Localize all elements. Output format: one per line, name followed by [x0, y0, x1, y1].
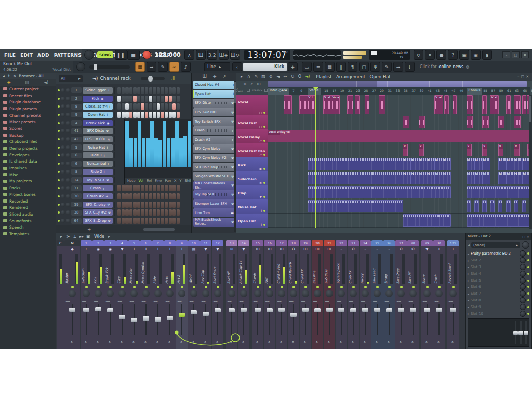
route-arrow[interactable]: ▲ — [256, 340, 258, 343]
step-cell[interactable] — [157, 112, 160, 118]
strip-pan-knob[interactable] — [190, 290, 197, 297]
step-cell[interactable] — [129, 185, 132, 191]
step-cell[interactable] — [157, 96, 160, 102]
strip-led[interactable] — [121, 286, 124, 288]
step-cell[interactable] — [149, 96, 152, 102]
strip-led[interactable] — [328, 286, 331, 288]
route-arrow[interactable]: ▲ — [328, 340, 330, 343]
volume-knob[interactable] — [66, 153, 70, 157]
channel-button[interactable]: Ride 2I — [83, 169, 113, 175]
step-cell[interactable] — [177, 202, 180, 208]
eq-band-slider[interactable] — [518, 331, 523, 335]
step-cell[interactable] — [161, 112, 164, 118]
slot-mix-knob[interactable] — [520, 271, 526, 277]
route-arrow[interactable]: ▲ — [180, 340, 182, 343]
panel-icon-1[interactable]: ≡ — [313, 62, 323, 72]
pan-knob[interactable] — [61, 145, 65, 150]
pan-knob[interactable] — [61, 219, 65, 223]
cpu-panel[interactable]: 20 449 MB 19 — [369, 50, 410, 60]
plugin-slot[interactable]: ▸Slot 10 — [466, 310, 531, 317]
fader-handle[interactable] — [450, 308, 456, 312]
route-arrow[interactable]: ▲ — [437, 340, 440, 343]
step-cell[interactable] — [122, 96, 125, 102]
clip[interactable] — [284, 95, 292, 114]
strip-led[interactable] — [281, 286, 283, 288]
strip-led[interactable] — [292, 286, 295, 288]
strip-pan-knob[interactable] — [374, 290, 381, 297]
pan-knob[interactable] — [61, 121, 65, 125]
picker-item[interactable]: Open HatI — [193, 90, 235, 99]
browser-add-tab[interactable]: ✚ — [7, 80, 11, 85]
playlist-tool-0[interactable]: ▸ — [240, 73, 244, 81]
strip-pan-knob[interactable] — [107, 290, 114, 297]
channel-number[interactable]: 42 — [71, 137, 82, 142]
step-cell[interactable] — [177, 218, 180, 224]
volume-knob[interactable] — [66, 104, 70, 109]
clip[interactable]: S.. — [482, 172, 490, 184]
step-cell[interactable] — [161, 193, 164, 200]
clip[interactable]: K.. — [434, 158, 443, 170]
panel-icon-3[interactable]: ‖ — [336, 62, 346, 72]
slot-enable-led[interactable] — [527, 273, 529, 275]
strip-pan-knob[interactable] — [326, 290, 333, 297]
picker-item[interactable]: SFX Cym NoisyΨ — [193, 144, 235, 153]
route-arrow[interactable]: ▲ — [280, 340, 282, 343]
fader-handle[interactable] — [229, 308, 235, 312]
step-cell[interactable] — [177, 103, 180, 110]
strip-pan-knob[interactable] — [423, 290, 431, 297]
fader-handle[interactable] — [191, 310, 197, 314]
picker-item[interactable]: SFX 8bit DropΨ — [193, 163, 235, 171]
step-cell[interactable] — [117, 185, 121, 191]
pan-knob[interactable] — [61, 210, 65, 215]
step-cell[interactable] — [169, 103, 172, 110]
track-enable-dot[interactable] — [263, 168, 265, 170]
step-cell[interactable] — [133, 218, 136, 224]
step-cell[interactable] — [161, 209, 164, 216]
track-header-vocal-dist-pan[interactable]: Vocal Dist Pan↗ — [236, 143, 268, 157]
clip[interactable]: S.. — [514, 172, 522, 184]
clip[interactable]: S.. — [506, 172, 514, 184]
mixer-strip-sidechain[interactable]: 1±Sidechain◄►▲ — [81, 240, 92, 349]
step-cell[interactable] — [165, 209, 168, 216]
clip[interactable]: K.. — [410, 158, 419, 170]
route-arrow[interactable]: ▲ — [340, 340, 342, 343]
strip-pan-knob[interactable] — [154, 290, 162, 297]
browser-item[interactable]: Speech — [0, 224, 56, 231]
panel-icon-0[interactable]: ▭ — [302, 62, 312, 72]
strip-led[interactable] — [109, 286, 112, 288]
channel-led[interactable] — [58, 179, 60, 181]
pan-knob[interactable] — [61, 113, 65, 117]
strip-led[interactable] — [340, 286, 343, 288]
step-cell[interactable] — [125, 185, 128, 191]
step-cell[interactable] — [122, 193, 125, 200]
channel-led[interactable] — [58, 105, 60, 108]
step-cell[interactable] — [133, 96, 136, 102]
graph-bar[interactable] — [167, 138, 170, 167]
channel-led[interactable] — [58, 195, 60, 197]
step-cell[interactable] — [145, 96, 148, 102]
channel-led[interactable] — [58, 187, 60, 189]
step-cell[interactable] — [125, 103, 128, 110]
clip[interactable] — [308, 158, 404, 170]
step-cell[interactable] — [169, 185, 172, 191]
plugin-slot[interactable]: ▸Slot 9 — [466, 303, 531, 310]
step-cell[interactable] — [133, 193, 136, 200]
arrow-left-icon[interactable]: ◂ — [468, 243, 470, 247]
playlist-tool-1[interactable]: ∩ — [247, 73, 251, 81]
step-cell[interactable] — [157, 218, 160, 224]
clip[interactable] — [467, 200, 471, 212]
step-cell[interactable] — [161, 202, 164, 208]
mixer-strip-master[interactable]: M◆Master◄►▲ — [64, 240, 80, 349]
step-sequencer[interactable] — [117, 202, 180, 208]
browser-item[interactable]: Recorded — [0, 198, 56, 205]
strip-led[interactable] — [243, 286, 245, 288]
channel-button[interactable]: SFX DistoΨ — [83, 128, 113, 134]
panel-icon-7[interactable]: ✎ — [382, 62, 392, 72]
step-cell[interactable] — [153, 202, 156, 208]
graph-label-y[interactable]: Y — [180, 179, 182, 183]
picker-item[interactable]: Toy Scritch SFXΨ — [193, 117, 235, 126]
step-cell[interactable] — [169, 87, 172, 94]
plugin-slot[interactable]: ▸Slot 2 — [466, 257, 531, 264]
step-cell[interactable] — [129, 103, 132, 110]
fader-handle[interactable] — [167, 316, 173, 320]
